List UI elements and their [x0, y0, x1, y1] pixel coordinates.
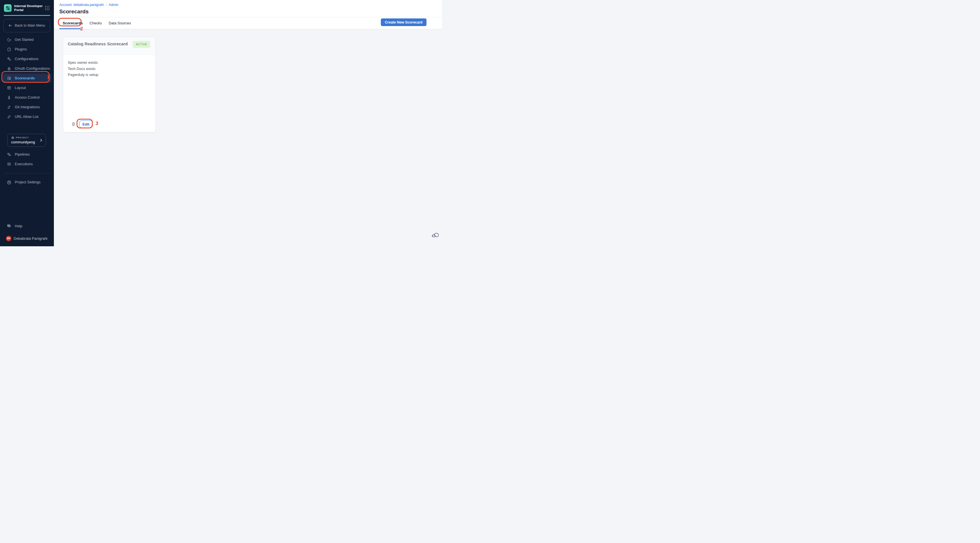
app-switcher-icon[interactable]	[45, 6, 49, 10]
breadcrumb: Account: debabrata.panigrahi › Admin	[59, 3, 442, 7]
edit-button[interactable]: Edit	[79, 121, 93, 128]
sidebar-item-project-settings[interactable]: Project Settings	[0, 178, 54, 187]
sidebar: Internal Developer Portal Back to Main M…	[0, 0, 54, 246]
tab-scorecards[interactable]: Scorecards	[59, 17, 86, 29]
tab-bar: Scorecards Checks Data Sources Create Ne…	[54, 17, 442, 29]
executions-icon	[7, 162, 11, 166]
sidebar-item-access-control[interactable]: Access Control	[0, 93, 54, 102]
app-logo: Internal Developer Portal	[0, 0, 54, 14]
create-new-scorecard-button[interactable]: Create New Scorecard	[381, 18, 426, 26]
scorecard-card-header: Catalog Readiness Scorecard ACTIVE	[63, 37, 155, 55]
get-started-icon	[7, 37, 11, 42]
scorecard-card-footer: Edit	[71, 121, 93, 128]
scorecards-icon	[7, 76, 11, 81]
user-name: Debabrata Panigrahi	[14, 237, 47, 241]
configurations-icon	[7, 57, 11, 61]
content-area: Catalog Readiness Scorecard ACTIVE Spec …	[54, 29, 442, 246]
check-item: Tech Docs exists	[68, 66, 151, 72]
person-icon	[7, 95, 11, 100]
sidebar-item-help[interactable]: ? Help	[0, 221, 54, 231]
sidebar-nav: Get Started Plugins Configurations	[0, 35, 54, 122]
breadcrumb-separator: ›	[106, 3, 107, 6]
scorecard-title: Catalog Readiness Scorecard	[68, 41, 128, 46]
sidebar-item-get-started[interactable]: Get Started	[0, 35, 54, 44]
status-badge: ACTIVE	[133, 41, 150, 48]
sidebar-divider	[4, 173, 50, 173]
sidebar-accent-divider	[4, 15, 50, 16]
breadcrumb-admin-link[interactable]: Admin	[108, 3, 118, 7]
svg-text:?: ?	[8, 224, 10, 226]
app-title: Internal Developer Portal	[14, 4, 44, 12]
chat-support-icon[interactable]	[431, 232, 439, 240]
idp-logo-icon	[4, 4, 12, 12]
sidebar-item-url-allow-list[interactable]: URL Allow List	[0, 112, 54, 122]
sidebar-item-executions[interactable]: Executions	[0, 159, 54, 169]
sidebar-item-git-integrations[interactable]: Git Integrations	[0, 102, 54, 112]
back-to-main-menu[interactable]: Back to Main Menu	[3, 19, 50, 32]
scorecard-checks-list: Spec owner exists Tech Docs exists Pager…	[63, 55, 155, 78]
lock-icon	[7, 66, 11, 71]
plugins-icon	[7, 47, 11, 52]
git-branch-icon	[7, 105, 11, 110]
link-icon	[7, 114, 11, 119]
sidebar-item-scorecards[interactable]: Scorecards	[3, 73, 51, 83]
back-label: Back to Main Menu	[15, 24, 45, 27]
arrow-left-icon	[8, 23, 13, 28]
stack-icon	[11, 136, 14, 140]
sidebar-modules: Pipelines Executions	[0, 150, 54, 169]
sidebar-item-configurations[interactable]: Configurations	[0, 54, 54, 64]
check-item: Spec owner exists	[68, 60, 151, 66]
tab-checks[interactable]: Checks	[86, 17, 105, 29]
page-header: Account: debabrata.panigrahi › Admin Sco…	[54, 0, 442, 17]
user-menu[interactable]: DP Debabrata Panigrahi	[0, 233, 54, 243]
avatar: DP	[6, 236, 11, 241]
project-selector[interactable]: PROJECT communityeng	[7, 134, 46, 147]
scorecard-card: Catalog Readiness Scorecard ACTIVE Spec …	[63, 37, 156, 132]
delete-icon[interactable]	[71, 122, 76, 127]
sidebar-item-pipelines[interactable]: Pipelines	[0, 150, 54, 159]
tab-data-sources[interactable]: Data Sources	[105, 17, 134, 29]
pipelines-icon	[7, 152, 11, 157]
sidebar-item-plugins[interactable]: Plugins	[0, 44, 54, 54]
breadcrumb-account-link[interactable]: Account: debabrata.panigrahi	[59, 3, 104, 7]
chevron-right-icon	[39, 138, 43, 142]
sidebar-item-oauth-configurations[interactable]: OAuth Configurations	[0, 64, 54, 73]
project-label: PROJECT	[16, 136, 29, 139]
gear-icon	[7, 180, 11, 184]
main-area: Account: debabrata.panigrahi › Admin Sco…	[54, 0, 442, 246]
sidebar-item-layout[interactable]: Layout	[0, 83, 54, 93]
layout-icon	[7, 86, 11, 90]
help-chat-icon: ?	[7, 224, 11, 228]
check-item: Pagerduty is setup	[68, 72, 151, 78]
page-title: Scorecards	[59, 8, 442, 15]
